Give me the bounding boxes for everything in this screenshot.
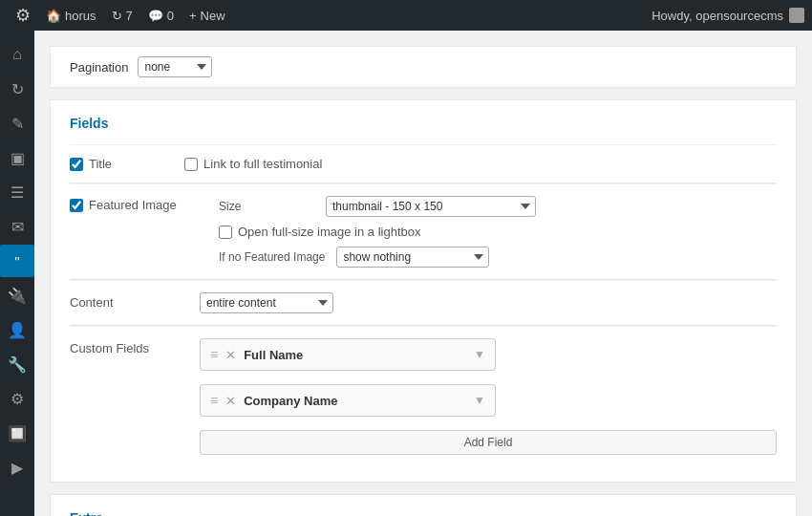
title-checkbox-wrap[interactable]: Title (70, 157, 112, 171)
sidebar-item-extra[interactable]: ▶ (0, 451, 34, 484)
adminbar-site[interactable]: 🏠 horus (38, 0, 104, 31)
extra-section: Extra (50, 494, 797, 516)
pagination-row: Pagination none numeric prev/next (50, 46, 797, 88)
updates-icon: ↻ (112, 9, 122, 23)
comments-icon: 💬 (148, 9, 163, 23)
if-no-featured-select[interactable]: show nothing show placeholder (336, 247, 489, 268)
link-checkbox[interactable] (184, 158, 198, 171)
custom-field-name-2: Company Name (244, 394, 466, 408)
adminbar-comments[interactable]: 💬 0 (140, 0, 182, 31)
admin-bar: ⚙ 🏠 horus ↻ 7 💬 0 + New Howdy, opensourc… (0, 0, 812, 31)
sidebar-item-appearance[interactable]: " (0, 245, 34, 277)
sidebar-item-posts[interactable]: ✎ (0, 107, 34, 140)
sidebar-item-tools[interactable]: 🔧 (0, 348, 34, 380)
title-label[interactable]: Title (89, 157, 112, 171)
pagination-label: Pagination (70, 60, 128, 75)
site-name: horus (65, 9, 96, 23)
title-checkbox[interactable] (70, 158, 83, 171)
sidebar-item-plugins[interactable]: 🔌 (0, 279, 34, 312)
title-field-row: Title Link to full testimonial (70, 144, 777, 183)
expand-field-icon-1[interactable]: ▼ (474, 348, 485, 361)
adminbar-updates[interactable]: ↻ 7 (104, 0, 140, 31)
featured-image-controls: Size thumbnail - 150 x 150 medium - 300 … (219, 196, 777, 268)
adminbar-logo[interactable]: ⚙ (8, 0, 38, 31)
sidebar-item-media[interactable]: ▣ (0, 141, 34, 174)
link-label[interactable]: Link to full testimonial (203, 157, 322, 171)
sidebar-item-users[interactable]: 👤 (0, 313, 34, 346)
sidebar-item-updates[interactable]: ↻ (0, 73, 34, 105)
custom-field-name-1: Full Name (244, 348, 466, 362)
custom-fields-label: Custom Fields (70, 338, 184, 355)
featured-image-checkbox[interactable] (70, 199, 83, 212)
admin-sidebar: ⌂ ↻ ✎ ▣ ☰ ✉ " 🔌 👤 🔧 ⚙ 🔲 ▶ (0, 31, 34, 516)
howdy-text: Howdy, opensourcecms (652, 9, 783, 23)
new-label: New (201, 9, 225, 23)
featured-image-checkbox-wrap[interactable]: Featured Image (70, 196, 203, 212)
add-field-button[interactable]: Add Field (200, 430, 777, 455)
extra-section-title: Extra (70, 510, 777, 516)
custom-field-item-2: ≡ ✕ Company Name ▼ (200, 384, 496, 417)
adminbar-new[interactable]: + New (182, 0, 233, 31)
updates-count: 7 (126, 9, 133, 23)
featured-image-label[interactable]: Featured Image (89, 198, 177, 212)
sidebar-item-home[interactable]: ⌂ (0, 38, 34, 71)
link-checkbox-wrap[interactable]: Link to full testimonial (184, 157, 322, 171)
custom-fields-list: ≡ ✕ Full Name ▼ ≡ ✕ Company Name ▼ Add F… (200, 338, 777, 455)
comments-count: 0 (167, 9, 174, 23)
remove-field-icon-1[interactable]: ✕ (225, 348, 236, 362)
sidebar-item-comments[interactable]: ✉ (0, 210, 34, 243)
site-icon: 🏠 (46, 9, 61, 23)
content-label: Content (70, 292, 184, 310)
if-no-featured-label: If no Featured Image (219, 250, 325, 264)
sidebar-item-pages[interactable]: ☰ (0, 176, 34, 208)
expand-field-icon-2[interactable]: ▼ (474, 394, 485, 407)
adminbar-user: Howdy, opensourcecms (652, 8, 804, 23)
fields-section-title: Fields (70, 116, 777, 131)
size-select[interactable]: thumbnail - 150 x 150 medium - 300 x 300… (326, 196, 536, 217)
size-label: Size (219, 200, 314, 213)
lightbox-checkbox[interactable] (219, 226, 232, 239)
custom-fields-row: Custom Fields ≡ ✕ Full Name ▼ ≡ ✕ Compan… (70, 326, 777, 466)
drag-handle-icon-1[interactable]: ≡ (210, 347, 218, 362)
size-row: Size thumbnail - 150 x 150 medium - 300 … (219, 196, 777, 217)
user-avatar (789, 8, 804, 23)
pagination-select[interactable]: none numeric prev/next (138, 56, 212, 77)
no-featured-row: If no Featured Image show nothing show p… (219, 247, 777, 268)
new-plus-icon: + (189, 9, 197, 23)
sidebar-item-settings[interactable]: ⚙ (0, 382, 34, 415)
fields-section: Fields Title Link to full testimonial Fe… (50, 99, 797, 483)
content-select[interactable]: entire content excerpt none (200, 292, 333, 313)
drag-handle-icon-2[interactable]: ≡ (210, 393, 218, 408)
custom-field-item-1: ≡ ✕ Full Name ▼ (200, 338, 496, 371)
lightbox-label[interactable]: Open full-size image in a lightbox (238, 225, 421, 239)
featured-image-field-row: Featured Image Size thumbnail - 150 x 15… (70, 183, 777, 279)
wp-logo-icon: ⚙ (15, 5, 31, 26)
main-content: Pagination none numeric prev/next Fields… (34, 31, 812, 516)
sidebar-item-cpt[interactable]: 🔲 (0, 417, 34, 449)
content-field-row: Content entire content excerpt none (70, 280, 777, 325)
lightbox-checkbox-wrap[interactable]: Open full-size image in a lightbox (219, 225, 777, 239)
remove-field-icon-2[interactable]: ✕ (225, 394, 236, 408)
